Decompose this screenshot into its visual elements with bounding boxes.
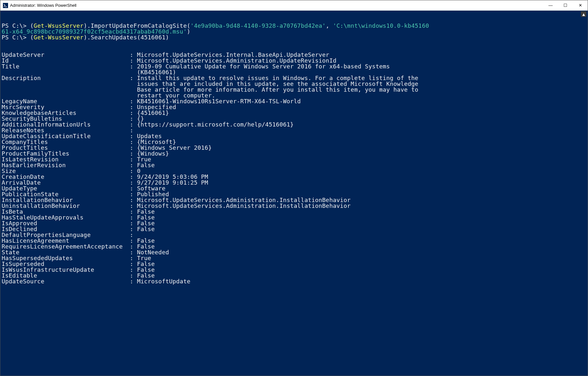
powershell-icon xyxy=(3,3,8,8)
powershell-window: Administrator: Windows PowerShell — ☐ ✕ … xyxy=(0,0,588,376)
window-title: Administrator: Windows PowerShell xyxy=(10,3,543,8)
paren-close-1: ) xyxy=(187,28,190,35)
output-properties: UpdateServer : Microsoft.UpdateServices.… xyxy=(2,52,586,284)
terminal-output[interactable]: ▲ PS C:\> (Get-WsusServer).ImportUpdateF… xyxy=(0,11,588,376)
window-controls: — ☐ ✕ xyxy=(543,0,588,10)
maximize-button[interactable]: ☐ xyxy=(558,0,573,10)
prompt-line-2: PS C:\> (Get-WsusServer).SearchUpdates(4… xyxy=(2,34,169,41)
minimize-button[interactable]: — xyxy=(543,0,558,10)
property-row: UpdateSource : MicrosoftUpdate xyxy=(2,279,586,284)
close-button[interactable]: ✕ xyxy=(573,0,588,10)
scroll-up-icon[interactable]: ▲ xyxy=(581,11,586,17)
titlebar[interactable]: Administrator: Windows PowerShell — ☐ ✕ xyxy=(0,0,588,11)
